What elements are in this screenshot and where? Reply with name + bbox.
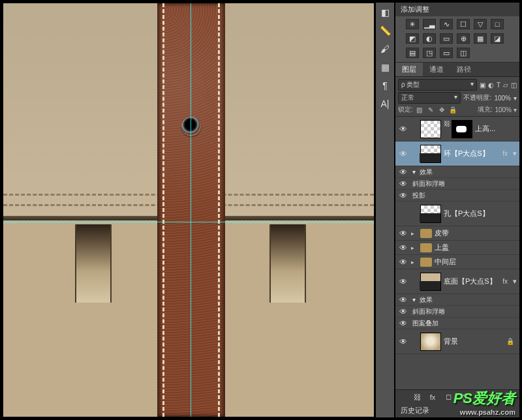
panel-icon[interactable]: ◧: [378, 5, 392, 20]
fill-value[interactable]: 100%: [495, 106, 512, 113]
layer-group-row[interactable]: 👁 ▸ 上盖: [395, 241, 519, 255]
history-panel-title[interactable]: 历史记录: [395, 404, 519, 417]
adj-exposure-icon[interactable]: ☐: [457, 19, 470, 29]
fx-expand-icon[interactable]: ▾: [513, 149, 517, 158]
layer-name[interactable]: 皮带: [435, 228, 517, 238]
fill-flyout-icon[interactable]: ▾: [514, 106, 517, 113]
adj-selective-icon[interactable]: ◫: [457, 48, 470, 58]
opacity-flyout-icon[interactable]: ▾: [514, 95, 517, 102]
tab-channels[interactable]: 通道: [423, 63, 450, 76]
group-expand-icon[interactable]: ▸: [411, 245, 418, 251]
new-adjustment-icon[interactable]: ◐: [459, 393, 468, 401]
adj-levels-icon[interactable]: ▁▃: [423, 19, 436, 29]
layer-row[interactable]: 👁 背景 🔒: [395, 329, 519, 354]
adj-lookup-icon[interactable]: ▦: [474, 33, 487, 44]
tab-layers[interactable]: 图层: [395, 63, 423, 76]
layer-thumb[interactable]: [420, 333, 441, 351]
layer-name[interactable]: 孔【P大点S】: [444, 209, 517, 218]
fx-badge[interactable]: fx: [500, 278, 510, 285]
effect-row[interactable]: 👁 斜面和浮雕: [395, 178, 519, 190]
effect-row[interactable]: 👁 斜面和浮雕: [395, 306, 519, 318]
filter-adj-icon[interactable]: ◐: [488, 82, 494, 89]
layer-group-row[interactable]: 👁 ▸ 皮带: [395, 226, 519, 241]
blend-mode-select[interactable]: 正常▾: [398, 92, 461, 104]
link-layers-icon[interactable]: ⛓: [412, 393, 422, 401]
visibility-toggle[interactable]: 👁: [398, 149, 408, 158]
layer-name[interactable]: 背景: [444, 337, 501, 346]
layer-row[interactable]: 孔【P大点S】: [395, 202, 519, 226]
adj-mixer-icon[interactable]: ⊕: [457, 33, 470, 44]
swatches-icon[interactable]: ▦: [378, 60, 392, 74]
adj-threshold-icon[interactable]: ◳: [423, 48, 436, 58]
filter-type-icon[interactable]: T: [497, 82, 500, 89]
document-canvas[interactable]: [3, 3, 375, 417]
tab-paths[interactable]: 路径: [450, 63, 478, 76]
layer-name[interactable]: 底面【P大点S】: [444, 277, 497, 286]
visibility-toggle[interactable]: 👁: [398, 168, 408, 177]
layer-thumb[interactable]: [420, 145, 441, 163]
link-icon[interactable]: ⛓: [444, 120, 449, 138]
effect-row[interactable]: 👁 ▾效果: [395, 294, 519, 306]
adj-balance-icon[interactable]: ◩: [406, 33, 419, 44]
guide-vertical[interactable]: [191, 3, 191, 417]
layer-name[interactable]: 上盖: [435, 243, 517, 252]
visibility-toggle[interactable]: 👁: [398, 179, 408, 188]
adj-gradient-map-icon[interactable]: ▭: [440, 48, 453, 58]
lock-position-icon[interactable]: ✥: [437, 105, 446, 114]
layer-thumb[interactable]: [420, 205, 441, 223]
lock-all-icon[interactable]: 🔒: [448, 105, 457, 114]
layers-list[interactable]: 👁 ⛓ 上高... 👁 环【P大点S】 fx ▾ 👁 ▾效果 👁 斜面和浮雕 👁…: [395, 117, 519, 389]
visibility-toggle[interactable]: 👁: [398, 319, 408, 328]
filter-smart-icon[interactable]: ◫: [511, 82, 517, 89]
adj-brightness-icon[interactable]: ☀: [406, 19, 419, 29]
adj-vibrance-icon[interactable]: ▽: [474, 19, 487, 29]
fx-badge[interactable]: fx: [500, 150, 510, 157]
effect-row[interactable]: 👁 ▾效果: [395, 166, 519, 178]
adj-posterize-icon[interactable]: ▤: [406, 48, 419, 58]
adj-curves-icon[interactable]: ∿: [440, 19, 453, 29]
group-expand-icon[interactable]: ▸: [411, 259, 418, 265]
lock-paint-icon[interactable]: ✎: [426, 105, 435, 114]
visibility-toggle[interactable]: 👁: [398, 337, 408, 346]
layer-name[interactable]: 中间层: [435, 257, 517, 267]
ruler-icon[interactable]: 📏: [378, 23, 392, 38]
lock-transparent-icon[interactable]: ▨: [415, 105, 424, 114]
effect-row[interactable]: 👁 投影: [395, 190, 519, 202]
layer-thumb[interactable]: [420, 120, 441, 138]
visibility-toggle[interactable]: 👁: [398, 277, 408, 286]
adj-invert-icon[interactable]: ◪: [491, 33, 504, 44]
adj-hue-icon[interactable]: □: [491, 19, 504, 29]
layer-row[interactable]: 👁 ⛓ 上高...: [395, 117, 519, 142]
layer-row[interactable]: 👁 环【P大点S】 fx ▾: [395, 142, 519, 166]
delete-layer-icon[interactable]: 🗑: [506, 393, 515, 401]
layer-mask-thumb[interactable]: [452, 120, 472, 138]
adj-bw-icon[interactable]: ◐: [423, 33, 436, 44]
visibility-toggle[interactable]: 👁: [398, 243, 408, 252]
adj-photo-filter-icon[interactable]: ▭: [440, 33, 453, 44]
layer-name[interactable]: 环【P大点S】: [444, 149, 497, 158]
layer-group-row[interactable]: 👁 ▸ 中间层: [395, 255, 519, 269]
filter-pixel-icon[interactable]: ▣: [480, 82, 485, 89]
visibility-toggle[interactable]: 👁: [398, 258, 408, 267]
layer-name[interactable]: 上高...: [475, 124, 517, 134]
visibility-toggle[interactable]: 👁: [398, 307, 408, 316]
opacity-value[interactable]: 100%: [494, 95, 511, 102]
visibility-toggle[interactable]: 👁: [398, 125, 408, 134]
layer-row[interactable]: 👁 底面【P大点S】 fx ▾: [395, 269, 519, 294]
fx-expand-icon[interactable]: ▾: [513, 277, 517, 286]
new-layer-icon[interactable]: ▣: [491, 393, 500, 401]
visibility-toggle[interactable]: 👁: [398, 229, 408, 238]
layer-filter-kind[interactable]: ρ 类型▾: [398, 79, 477, 91]
effect-row[interactable]: 👁 图案叠加: [395, 318, 519, 329]
visibility-toggle[interactable]: 👁: [398, 295, 408, 305]
paragraph-icon[interactable]: ¶: [378, 78, 392, 93]
visibility-toggle[interactable]: 👁: [398, 191, 408, 200]
brush-preset-icon[interactable]: 🖌: [378, 42, 392, 56]
group-expand-icon[interactable]: ▸: [411, 230, 418, 237]
add-mask-icon[interactable]: ◻: [444, 393, 453, 401]
filter-shape-icon[interactable]: ▱: [503, 82, 508, 89]
character-icon[interactable]: A|: [378, 97, 392, 111]
layer-thumb[interactable]: [420, 273, 441, 291]
add-fx-icon[interactable]: fx: [428, 393, 437, 401]
new-group-icon[interactable]: 🗀: [475, 393, 484, 401]
